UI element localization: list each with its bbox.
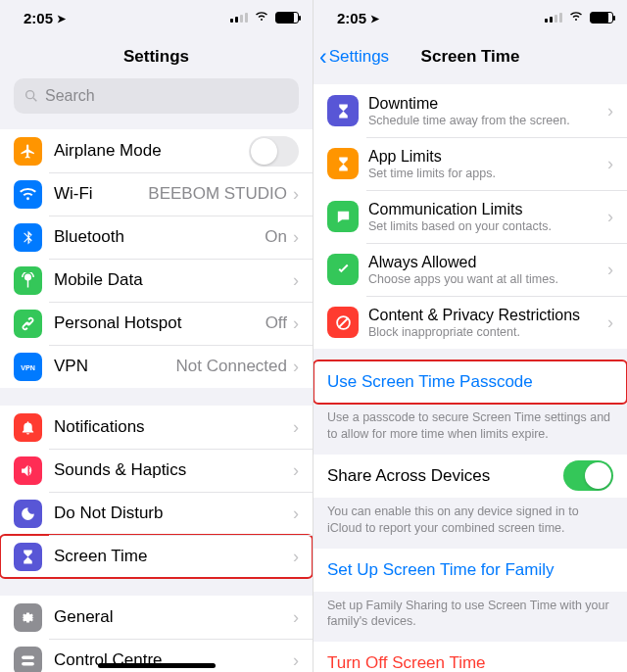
chevron-right-icon: › — [293, 417, 299, 438]
family-row[interactable]: Set Up Screen Time for Family — [314, 549, 627, 592]
row-sublabel: Choose apps you want at all times. — [368, 272, 607, 286]
moon-icon — [14, 500, 42, 528]
signal-icon — [230, 13, 248, 23]
row-sublabel: Block inappropriate content. — [368, 325, 607, 339]
share-footer: You can enable this on any device signed… — [314, 498, 627, 537]
row-label: Do Not Disturb — [54, 504, 163, 523]
settings-row-general[interactable]: General› — [0, 596, 313, 639]
row-label: Always Allowed — [368, 254, 607, 271]
screentime-row-downtime[interactable]: DowntimeSchedule time away from the scre… — [314, 84, 627, 137]
row-label: Airplane Mode — [54, 141, 162, 161]
row-label: Sounds & Haptics — [54, 460, 186, 480]
navbar: Settings — [0, 35, 313, 78]
family-footer: Set up Family Sharing to use Screen Time… — [314, 592, 627, 631]
battery-icon — [275, 12, 299, 24]
settings-row-mobile-data[interactable]: Mobile Data› — [0, 259, 313, 302]
chevron-right-icon: › — [293, 547, 299, 567]
navbar: ‹ Settings Screen Time — [314, 35, 627, 78]
chevron-right-icon: › — [293, 460, 299, 481]
screentime-row-content-privacy-restrictions[interactable]: Content & Privacy RestrictionsBlock inap… — [314, 296, 627, 349]
status-bar: 2:05 ➤ — [0, 0, 313, 35]
row-label: VPN — [54, 357, 88, 376]
back-button[interactable]: ‹ Settings — [319, 46, 389, 69]
row-detail: Off — [265, 313, 287, 333]
row-label: General — [54, 607, 113, 627]
link-icon — [14, 310, 42, 338]
wifi-icon — [14, 180, 42, 209]
bell-icon — [14, 413, 42, 442]
screen-time-screen: 2:05 ➤ ‹ Settings Screen Time DowntimeSc… — [314, 0, 627, 672]
check-icon — [327, 254, 359, 285]
settings-row-wi-fi[interactable]: Wi-FiBEEBOM STUDIO› — [0, 172, 313, 216]
location-icon: ➤ — [57, 13, 66, 24]
settings-row-notifications[interactable]: Notifications› — [0, 406, 313, 449]
chevron-right-icon: › — [293, 357, 299, 377]
battery-icon — [590, 12, 613, 24]
row-label: Content & Privacy Restrictions — [368, 307, 607, 324]
settings-row-sounds-haptics[interactable]: Sounds & Haptics› — [0, 449, 313, 492]
chevron-left-icon: ‹ — [319, 46, 327, 69]
antenna-icon — [14, 266, 42, 295]
vpn-icon — [14, 353, 42, 381]
screentime-row-always-allowed[interactable]: Always AllowedChoose apps you want at al… — [314, 243, 627, 296]
nosign-icon — [327, 307, 359, 338]
settings-screen: 2:05 ➤ Settings Search Airplane ModeWi-F… — [0, 0, 314, 672]
chevron-right-icon: › — [293, 270, 299, 291]
settings-row-personal-hotspot[interactable]: Personal HotspotOff› — [0, 302, 313, 345]
bluetooth-icon — [14, 223, 42, 252]
chevron-right-icon: › — [293, 313, 299, 334]
row-detail: Not Connected — [176, 357, 287, 376]
page-title: Settings — [123, 47, 189, 67]
chevron-right-icon: › — [607, 101, 613, 121]
row-label: Notifications — [54, 417, 145, 437]
share-devices-row: Share Across Devices — [314, 455, 627, 498]
hourglass-icon — [327, 148, 359, 179]
row-label: Wi-Fi — [54, 184, 93, 204]
row-label: Mobile Data — [54, 270, 143, 290]
use-passcode-row[interactable]: Use Screen Time Passcode — [314, 360, 627, 404]
wifi-icon — [254, 11, 269, 25]
row-label: Downtime — [368, 95, 607, 113]
settings-row-do-not-disturb[interactable]: Do Not Disturb› — [0, 492, 313, 535]
status-bar: 2:05 ➤ — [314, 0, 627, 35]
home-indicator[interactable] — [98, 663, 216, 668]
row-sublabel: Set time limits for apps. — [368, 167, 607, 180]
chevron-right-icon: › — [607, 260, 613, 280]
row-label: App Limits — [368, 148, 607, 166]
search-input[interactable]: Search — [14, 78, 299, 114]
row-label: Screen Time — [54, 547, 147, 566]
chevron-right-icon: › — [293, 184, 299, 205]
row-detail: BEEBOM STUDIO — [148, 184, 287, 204]
hourglass-icon — [327, 95, 359, 126]
chevron-right-icon: › — [293, 607, 299, 628]
row-label: Personal Hotspot — [54, 313, 181, 333]
chevron-right-icon: › — [607, 207, 613, 227]
screentime-row-app-limits[interactable]: App LimitsSet time limits for apps.› — [314, 137, 627, 190]
row-detail: On — [265, 227, 287, 247]
screentime-row-communication-limits[interactable]: Communication LimitsSet limits based on … — [314, 190, 627, 243]
share-devices-toggle[interactable] — [563, 460, 613, 491]
location-icon: ➤ — [370, 13, 379, 24]
wifi-icon — [568, 11, 584, 25]
row-label: Communication Limits — [368, 201, 607, 218]
settings-row-airplane-mode[interactable]: Airplane Mode — [0, 129, 313, 172]
signal-icon — [545, 13, 562, 23]
gear-icon — [14, 603, 42, 632]
toggle[interactable] — [249, 136, 299, 167]
speaker-icon — [14, 456, 42, 485]
hourglass-icon — [14, 543, 42, 571]
chevron-right-icon: › — [607, 154, 613, 174]
page-title: Screen Time — [421, 47, 520, 67]
settings-row-screen-time[interactable]: Screen Time› — [0, 535, 313, 578]
chevron-right-icon: › — [293, 227, 299, 248]
bubble-icon — [327, 201, 359, 232]
chevron-right-icon: › — [607, 312, 613, 333]
row-sublabel: Schedule time away from the screen. — [368, 114, 607, 127]
passcode-footer: Use a passcode to secure Screen Time set… — [314, 404, 627, 443]
row-label: Bluetooth — [54, 227, 124, 247]
settings-row-vpn[interactable]: VPNNot Connected› — [0, 345, 313, 388]
turn-off-row[interactable]: Turn Off Screen Time — [314, 642, 627, 672]
chevron-right-icon: › — [293, 504, 299, 524]
settings-row-bluetooth[interactable]: BluetoothOn› — [0, 216, 313, 259]
row-sublabel: Set limits based on your contacts. — [368, 219, 607, 233]
